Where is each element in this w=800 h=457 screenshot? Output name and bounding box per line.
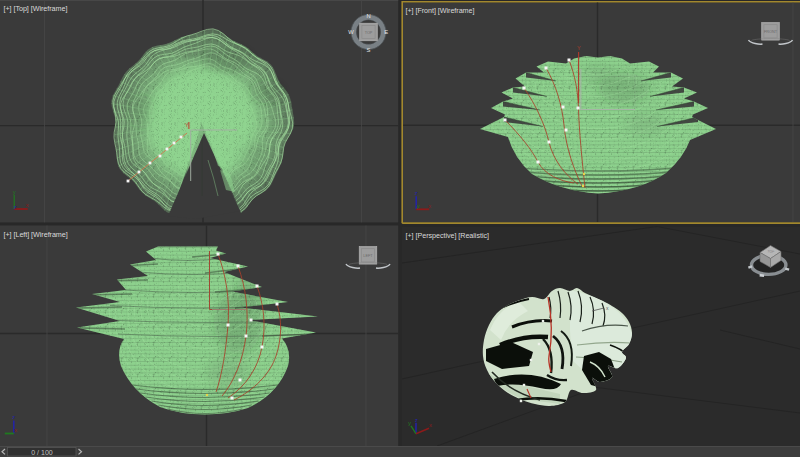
svg-text:TOP: TOP — [365, 31, 373, 35]
svg-text:[+] [Front] [Wireframe]: [+] [Front] [Wireframe] — [406, 6, 475, 15]
svg-text:x: x — [26, 202, 29, 208]
svg-text:z: z — [14, 204, 17, 210]
svg-text:z: z — [415, 190, 418, 196]
svg-text:[+] [Top] [Wireframe]: [+] [Top] [Wireframe] — [4, 4, 68, 13]
svg-text:x: x — [429, 422, 432, 428]
svg-text:z: z — [12, 414, 15, 420]
svg-text:Y: Y — [577, 45, 581, 51]
svg-text:LEFT: LEFT — [363, 254, 373, 258]
svg-text:[+] [Left] [Wireframe]: [+] [Left] [Wireframe] — [4, 230, 68, 239]
svg-text:0 / 100: 0 / 100 — [31, 449, 53, 456]
svg-text:[+] [Perspective] [Realistic]: [+] [Perspective] [Realistic] — [406, 231, 489, 240]
svg-text:S: S — [367, 47, 371, 53]
svg-text:FRONT: FRONT — [764, 30, 778, 34]
svg-text:y: y — [408, 420, 411, 426]
svg-text:N: N — [366, 13, 370, 19]
svg-text:x: x — [14, 427, 17, 433]
svg-text:y: y — [417, 203, 420, 209]
svg-text:y: y — [13, 189, 16, 195]
svg-text:z: z — [415, 417, 418, 423]
svg-text:x: x — [428, 203, 431, 209]
svg-text:W: W — [348, 29, 354, 35]
svg-text:E: E — [384, 29, 388, 35]
